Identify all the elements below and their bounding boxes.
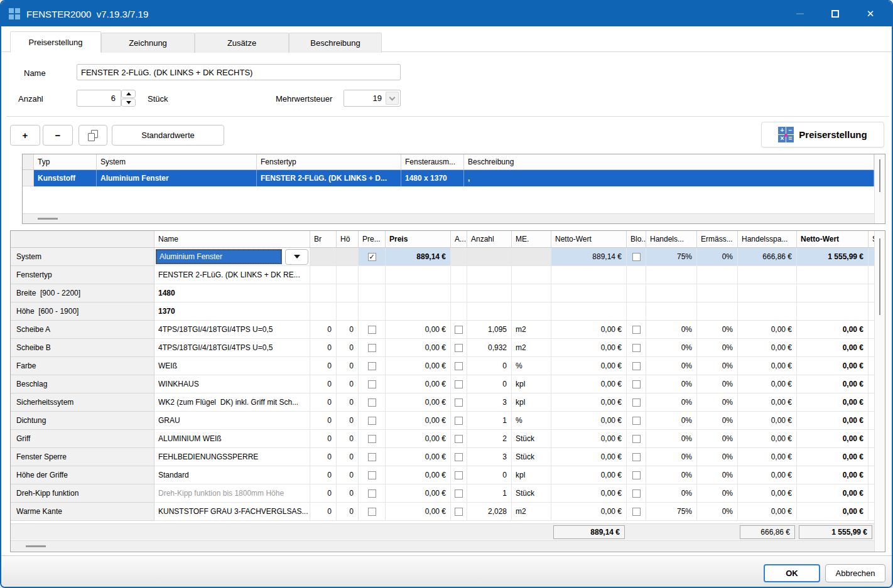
a-checkbox-dichtung[interactable] [455, 417, 463, 425]
cell-handels-fenster-sperre[interactable]: 0% [646, 448, 697, 466]
tab-preiserstellung[interactable]: Preiserstellung [10, 31, 101, 53]
cell-netto2-dreh-kipp-funktion[interactable]: 0,00 € [797, 484, 869, 503]
upper-column-header-4[interactable]: Beschreibung [464, 154, 874, 170]
cell-netto2-scheibe-b[interactable]: 0,00 € [797, 339, 869, 357]
cell-spanne-h-he-600-1900[interactable] [738, 302, 797, 321]
cell-me-warme-kante[interactable]: m2 [512, 503, 551, 521]
cell-handels-warme-kante[interactable]: 75% [646, 503, 697, 521]
cell-spanne-fenster-sperre[interactable]: 0,00 € [738, 448, 797, 466]
preiserstellung-button[interactable]: +−×= Preiserstellung [761, 122, 884, 147]
cell-preis-dreh-kipp-funktion[interactable]: 0,00 € [386, 484, 451, 503]
a-checkbox-scheibe-b[interactable] [455, 344, 463, 352]
cell-handels-fenstertyp[interactable] [646, 266, 697, 284]
upper-column-header-2[interactable]: Fenstertyp [257, 154, 401, 170]
cell-netto2-sicherheitssytem[interactable]: 0,00 € [797, 393, 869, 412]
cell-pre-fenstertyp[interactable] [359, 266, 386, 284]
cell-ho-dichtung[interactable]: 0 [337, 412, 359, 430]
pre-checkbox-warme-kante[interactable] [368, 508, 376, 516]
cell-pre-warme-kante[interactable] [359, 503, 386, 521]
cell-netto2-beschlag[interactable]: 0,00 € [797, 375, 869, 393]
blo-checkbox-scheibe-b[interactable] [632, 344, 641, 352]
cell-netto-beschlag[interactable]: 0,00 € [551, 375, 627, 393]
cell-me-farbe[interactable]: % [512, 357, 551, 375]
cell-anzahl-h-he-der-griffe[interactable]: 0 [467, 466, 512, 484]
a-checkbox-scheibe-a[interactable] [455, 326, 463, 334]
cell-blo-h-he-der-griffe[interactable] [627, 466, 646, 484]
cell-name-sicherheitssytem[interactable]: WK2 (zum Flügel DK) inkl. Griff mit Sch.… [154, 393, 310, 412]
cell-name-farbe[interactable]: WEIß [154, 357, 310, 375]
cell-br-system[interactable] [310, 248, 337, 266]
cell-me-system[interactable] [512, 248, 551, 266]
cell-ho-scheibe-b[interactable]: 0 [337, 339, 359, 357]
cell-handels-dreh-kipp-funktion[interactable]: 0% [646, 484, 697, 503]
cell-ermaess-scheibe-b[interactable]: 0% [697, 339, 738, 357]
cell-ho-h-he-der-griffe[interactable]: 0 [337, 466, 359, 484]
cell-me-h-he-600-1900[interactable] [512, 302, 551, 321]
upper-splitter[interactable] [23, 213, 874, 223]
cell-ho-scheibe-a[interactable]: 0 [337, 321, 359, 339]
cell-ermaess-dichtung[interactable]: 0% [697, 412, 738, 430]
cell-a-fenster-sperre[interactable] [451, 448, 467, 466]
cell-spanne-sicherheitssytem[interactable]: 0,00 € [738, 393, 797, 412]
upper-scrollbar[interactable] [874, 154, 885, 223]
cell-spanne-h-he-der-griffe[interactable]: 0,00 € [738, 466, 797, 484]
cell-br-beschlag[interactable]: 0 [310, 375, 337, 393]
cell-netto2-dichtung[interactable]: 0,00 € [797, 412, 869, 430]
cancel-button[interactable]: Abbrechen [825, 564, 885, 582]
row-selector-cell[interactable] [23, 170, 34, 186]
cell-name-fenstertyp[interactable]: FENSTER 2-FLüG. (DK LINKS + DK RE... [154, 266, 310, 284]
standardwerte-button[interactable]: Standardwerte [112, 125, 224, 146]
cell-netto2-scheibe-a[interactable]: 0,00 € [797, 321, 869, 339]
cell-netto2-h-he-der-griffe[interactable]: 0,00 € [797, 466, 869, 484]
cell-netto-fenster-sperre[interactable]: 0,00 € [551, 448, 627, 466]
cell-handels-system[interactable]: 75% [646, 248, 697, 266]
blo-checkbox-fenster-sperre[interactable] [632, 453, 641, 461]
cell-ermaess-griff[interactable]: 0% [697, 430, 738, 448]
cell-br-farbe[interactable]: 0 [310, 357, 337, 375]
upper-cell-fenstertyp[interactable]: FENSTER 2-FLüG. (DK LINKS + D... [257, 170, 401, 186]
cell-br-fenster-sperre[interactable]: 0 [310, 448, 337, 466]
cell-name-warme-kante[interactable]: KUNSTSTOFF GRAU 3-FACHVERGLSAS... [154, 503, 310, 521]
cell-preis-fenster-sperre[interactable]: 0,00 € [386, 448, 451, 466]
tab-zeichnung[interactable]: Zeichnung [101, 33, 195, 53]
cell-blo-dreh-kipp-funktion[interactable] [627, 484, 646, 503]
dropdown-button[interactable] [285, 249, 308, 265]
cell-pre-fenster-sperre[interactable] [359, 448, 386, 466]
lower-splitter[interactable] [11, 540, 874, 552]
remove-row-button[interactable]: − [43, 125, 73, 146]
cell-br-sicherheitssytem[interactable]: 0 [310, 393, 337, 412]
cell-preis-dichtung[interactable]: 0,00 € [386, 412, 451, 430]
cell-me-fenstertyp[interactable] [512, 266, 551, 284]
cell-ho-griff[interactable]: 0 [337, 430, 359, 448]
cell-name-scheibe-b[interactable]: 4TPS/18TGI/4/18TGI/4TPS U=0,5 [154, 339, 310, 357]
cell-anzahl-fenstertyp[interactable] [467, 266, 512, 284]
blo-checkbox-beschlag[interactable] [632, 380, 641, 388]
cell-br-h-he-der-griffe[interactable]: 0 [310, 466, 337, 484]
cell-me-beschlag[interactable]: kpl [512, 375, 551, 393]
copy-button[interactable] [78, 125, 107, 146]
stepper-up-icon[interactable] [121, 90, 136, 98]
a-checkbox-fenster-sperre[interactable] [455, 453, 463, 461]
cell-handels-farbe[interactable]: 0% [646, 357, 697, 375]
maximize-icon[interactable] [818, 1, 853, 26]
cell-pre-scheibe-b[interactable] [359, 339, 386, 357]
cell-a-scheibe-b[interactable] [451, 339, 467, 357]
cell-pre-system[interactable]: ✓ [359, 248, 386, 266]
minimize-icon[interactable] [782, 1, 818, 26]
cell-blo-warme-kante[interactable] [627, 503, 646, 521]
cell-netto-warme-kante[interactable]: 0,00 € [551, 503, 627, 521]
cell-blo-dichtung[interactable] [627, 412, 646, 430]
cell-ermaess-h-he-600-1900[interactable] [697, 302, 738, 321]
cell-blo-fenster-sperre[interactable] [627, 448, 646, 466]
cell-anzahl-farbe[interactable]: 0 [467, 357, 512, 375]
blo-checkbox-h-he-der-griffe[interactable] [632, 471, 641, 479]
blo-checkbox-griff[interactable] [632, 435, 641, 443]
cell-anzahl-beschlag[interactable]: 0 [467, 375, 512, 393]
pre-checkbox-farbe[interactable] [368, 362, 376, 370]
cell-netto2-fenster-sperre[interactable]: 0,00 € [797, 448, 869, 466]
cell-netto2-farbe[interactable]: 0,00 € [797, 357, 869, 375]
upper-cell-system[interactable]: Aluminium Fenster [97, 170, 257, 186]
cell-spanne-breite-900-2200[interactable] [738, 284, 797, 302]
cell-netto-sicherheitssytem[interactable]: 0,00 € [551, 393, 627, 412]
cell-pre-farbe[interactable] [359, 357, 386, 375]
